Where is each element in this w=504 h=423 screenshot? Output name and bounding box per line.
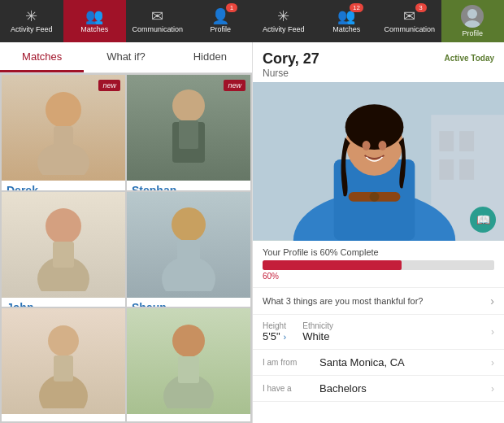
height-label: Height (263, 321, 286, 330)
svg-point-8 (46, 208, 81, 244)
svg-point-14 (48, 325, 79, 356)
communication-icon-left: ✉ (151, 9, 163, 24)
match-card-john[interactable]: John Santa Monica, CA (2, 192, 125, 307)
match-info-shaun: Shaun Santa Monica, CA (127, 298, 250, 307)
profile-question-row[interactable]: What 3 things are you most thankful for?… (253, 288, 504, 315)
left-nav-profile-label: Profile (210, 25, 231, 33)
height-item: Height 5'5" › (263, 321, 286, 342)
height-chevron: › (284, 332, 287, 342)
education-chevron-icon: › (491, 383, 494, 395)
right-panel: Cory, 27 Nurse Active Today (252, 42, 504, 423)
match-card-shaun[interactable]: Shaun Santa Monica, CA (127, 192, 250, 307)
detail-row-education[interactable]: I have a Bachelors › (253, 376, 504, 402)
svg-rect-4 (54, 126, 73, 150)
tab-matches[interactable]: Matches (0, 42, 84, 72)
detail-row-height-ethnicity: Height 5'5" › Ethnicity White (253, 315, 504, 350)
match-card-derek[interactable]: new Derek Santa Monica, CA (2, 75, 125, 190)
ethnicity-item: Ethnicity White (302, 321, 333, 342)
profile-photo-svg (253, 82, 504, 241)
height-value: 5'5" › (263, 330, 286, 342)
match-info-stephan: Stephan Santa Monica, CA (127, 181, 250, 190)
right-nav-profile[interactable]: Profile (441, 0, 505, 42)
match-card-stephan[interactable]: new Stephan Santa Monica, CA (127, 75, 250, 190)
profile-question-text: What 3 things are you most thankful for? (263, 296, 424, 306)
left-nav: ✳ Activity Feed 👥 Matches ✉ Communicatio… (0, 0, 252, 42)
question-chevron-icon: › (490, 294, 494, 307)
svg-point-0 (467, 9, 477, 19)
detail-row-from[interactable]: I am from Santa Monica, CA › (253, 350, 504, 376)
ethnicity-chevron-icon: › (491, 326, 494, 338)
activity-feed-icon-right: ✳ (277, 9, 289, 24)
match-name-stephan: Stephan (132, 184, 245, 190)
tab-hidden[interactable]: Hidden (168, 42, 252, 72)
match-info-john: John Santa Monica, CA (2, 298, 125, 307)
matches-badge-right: 12 (350, 3, 363, 12)
match-card-5[interactable] (2, 308, 125, 421)
left-nav-activity-feed-label: Activity Feed (11, 25, 53, 33)
from-chevron-icon: › (491, 357, 494, 368)
match-name-john: John (7, 301, 120, 307)
dual-panel: Matches What if? Hidden (0, 42, 504, 423)
svg-point-33 (379, 141, 387, 150)
profile-name: Cory, 27 (263, 50, 319, 68)
svg-point-11 (172, 207, 206, 242)
activity-feed-icon: ✳ (25, 9, 37, 24)
left-nav-communication[interactable]: ✉ Communication (126, 0, 189, 42)
right-nav-profile-label: Profile (462, 29, 483, 37)
ethnicity-label: Ethnicity (302, 321, 333, 330)
left-nav-communication-label: Communication (132, 25, 183, 33)
right-nav-activity-label: Activity Feed (263, 25, 305, 33)
svg-point-2 (46, 92, 81, 128)
dual-nav-bar: ✳ Activity Feed 👥 Matches ✉ Communicatio… (0, 0, 504, 42)
svg-rect-23 (459, 131, 474, 151)
right-nav-communication-label: Communication (384, 25, 435, 33)
left-nav-profile[interactable]: 1 👤 Profile (189, 0, 253, 42)
matches-icon-left: 👥 (85, 9, 103, 24)
svg-rect-25 (459, 159, 474, 180)
svg-rect-13 (177, 240, 200, 267)
profile-header: Cory, 27 Nurse Active Today (253, 42, 504, 82)
svg-point-17 (172, 325, 205, 357)
left-nav-bar: ✳ Activity Feed 👥 Matches ✉ Communicatio… (0, 0, 252, 42)
svg-rect-7 (179, 120, 198, 149)
app-container: ✳ Activity Feed 👥 Matches ✉ Communicatio… (0, 0, 504, 423)
education-value: Bachelors (319, 382, 488, 395)
left-nav-matches[interactable]: 👥 Matches (63, 0, 127, 42)
svg-point-29 (370, 192, 380, 202)
profile-details: Height 5'5" › Ethnicity White (253, 315, 504, 423)
svg-rect-19 (178, 356, 199, 383)
profile-badge-left: 1 (226, 3, 237, 12)
profile-job: Nurse (263, 68, 319, 79)
tab-bar: Matches What if? Hidden (0, 42, 252, 73)
profile-completion: Your Profile is 60% Complete 60% (253, 241, 504, 288)
left-panel: Matches What if? Hidden (0, 42, 252, 423)
progress-bar-background (263, 260, 494, 270)
svg-rect-16 (54, 355, 73, 382)
communication-icon-right: ✉ (403, 9, 415, 24)
new-badge-derek: new (98, 80, 120, 91)
match-name-shaun: Shaun (132, 301, 245, 307)
svg-rect-22 (439, 131, 454, 151)
left-nav-activity-feed[interactable]: ✳ Activity Feed (0, 0, 63, 42)
svg-rect-24 (439, 159, 454, 180)
right-nav-communication[interactable]: 3 ✉ Communication (378, 0, 441, 42)
right-nav-matches-label: Matches (332, 25, 360, 33)
svg-point-31 (345, 104, 404, 150)
ethnicity-value: White (302, 330, 333, 342)
match-info-5 (2, 414, 125, 421)
right-nav-matches[interactable]: 12 👥 Matches (315, 0, 379, 42)
right-nav: ✳ Activity Feed 12 👥 Matches 3 ✉ Communi… (252, 0, 504, 42)
education-label: I have a (263, 384, 319, 393)
profile-name-section: Cory, 27 Nurse (263, 50, 319, 79)
match-card-6[interactable] (127, 308, 250, 421)
from-value: Santa Monica, CA (319, 356, 488, 368)
match-info-6 (127, 414, 250, 421)
right-nav-activity-feed[interactable]: ✳ Activity Feed (252, 0, 315, 42)
svg-point-1 (464, 20, 480, 28)
profile-book-icon[interactable]: 📖 (470, 207, 496, 233)
profile-active-status: Active Today (445, 54, 495, 63)
tab-what-if[interactable]: What if? (84, 42, 167, 72)
matches-grid: new Derek Santa Monica, CA (0, 73, 252, 423)
detail-pair-height-ethnicity: Height 5'5" › Ethnicity White (263, 321, 488, 342)
communication-badge-right: 3 (415, 3, 427, 12)
